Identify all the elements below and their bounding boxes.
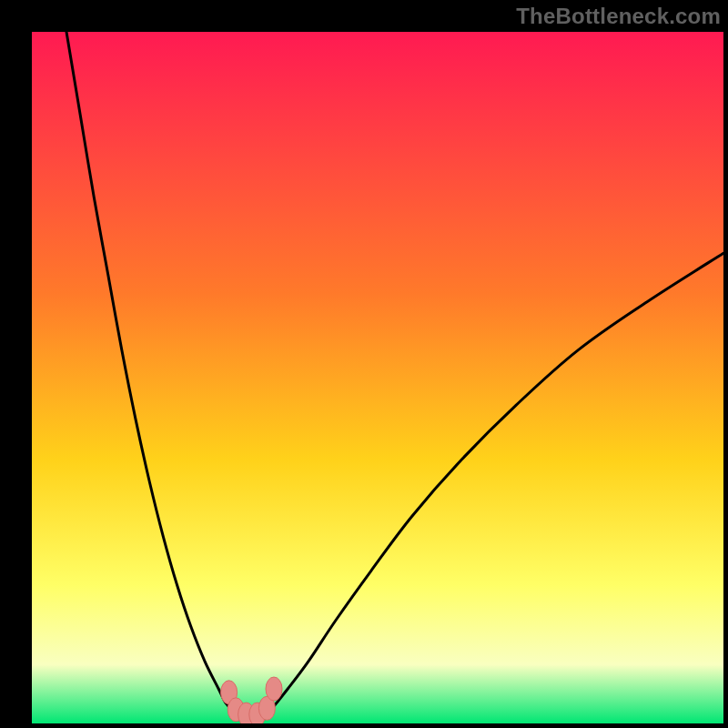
chart-frame: TheBottleneck.com: [0, 0, 728, 728]
curve-marker-5: [266, 677, 282, 701]
plot-svg: [32, 32, 723, 723]
plot-area: [32, 32, 723, 723]
gradient-background: [32, 32, 723, 723]
watermark-text: TheBottleneck.com: [516, 4, 721, 29]
